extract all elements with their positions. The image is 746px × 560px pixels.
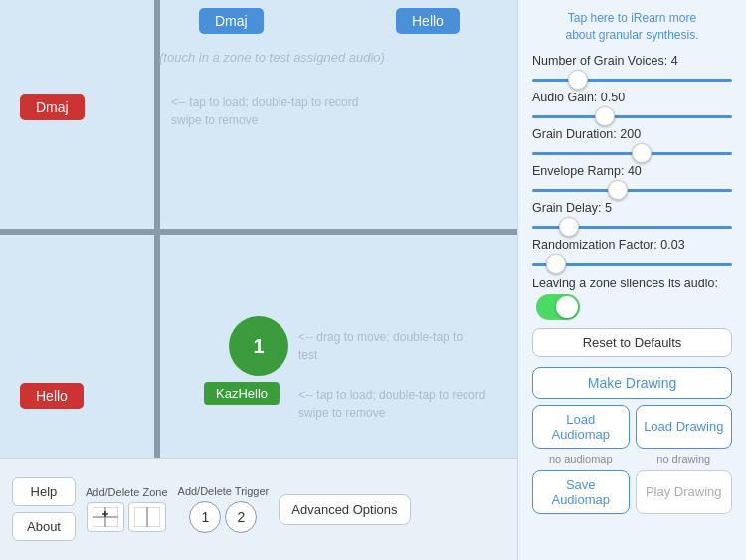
- grain-delay-slider[interactable]: [532, 226, 732, 229]
- no-drawing-label: no drawing: [636, 453, 733, 465]
- play-drawing-button: Play Drawing: [636, 470, 733, 514]
- touch-hint: (touch in a zone to test assigned audio): [159, 50, 385, 65]
- make-drawing-button[interactable]: Make Drawing: [532, 367, 732, 399]
- trigger-drag-text: <-- drag to move; double-tap totest: [298, 328, 463, 364]
- trigger-num-icons: 1 2: [189, 501, 257, 533]
- zone-icon-cross[interactable]: [87, 502, 124, 532]
- silence-toggle-label: Leaving a zone silences its audio:: [532, 277, 718, 290]
- zone-dmaj-top[interactable]: Dmaj: [199, 8, 264, 34]
- advanced-options-button[interactable]: Advanced Options: [279, 494, 410, 525]
- param-grain-voices: Number of Grain Voices: 4: [532, 54, 732, 85]
- audio-gain-slider[interactable]: [532, 115, 732, 118]
- zone-icon-vertical[interactable]: [128, 502, 166, 532]
- param-grain-duration-label: Grain Duration: 200: [532, 127, 732, 141]
- silence-toggle[interactable]: [536, 294, 580, 320]
- load-audiomap-button[interactable]: Load Audiomap: [532, 405, 630, 449]
- add-delete-trigger-label: Add/Delete Trigger: [178, 485, 270, 497]
- add-delete-trigger-section: Add/Delete Trigger 1 2: [178, 485, 270, 533]
- zone-dmaj-left[interactable]: Dmaj: [20, 94, 85, 120]
- help-about-section: Help About: [12, 477, 76, 541]
- param-grain-voices-label: Number of Grain Voices: 4: [532, 54, 732, 68]
- grain-duration-slider[interactable]: [532, 152, 732, 155]
- add-delete-zone-section: Add/Delete Zone: [86, 486, 168, 532]
- randomization-slider[interactable]: [532, 263, 732, 266]
- save-audiomap-button[interactable]: Save Audiomap: [532, 470, 630, 514]
- zone-icons: [87, 502, 166, 532]
- trigger-label[interactable]: KazHello: [204, 382, 280, 405]
- param-randomization: Randomization Factor: 0.03: [532, 238, 732, 269]
- no-audiomap-label: no audiomap: [532, 453, 630, 465]
- trigger-num-1[interactable]: 1: [189, 501, 221, 533]
- about-button[interactable]: About: [12, 512, 76, 541]
- param-grain-delay-label: Grain Delay: 5: [532, 201, 732, 215]
- granular-link[interactable]: Tap here to iRearn more about granular s…: [532, 10, 732, 44]
- load-drawing-button[interactable]: Load Drawing: [636, 405, 733, 449]
- reset-defaults-button[interactable]: Reset to Defaults: [532, 328, 732, 357]
- add-delete-zone-label: Add/Delete Zone: [86, 486, 168, 498]
- status-row: no audiomap no drawing: [532, 455, 732, 465]
- trigger-tap-text: <-- tap to load; double-tap to record sw…: [298, 386, 485, 422]
- param-envelope-ramp: Envelope Ramp: 40: [532, 164, 732, 195]
- param-randomization-label: Randomization Factor: 0.03: [532, 238, 732, 252]
- param-envelope-ramp-label: Envelope Ramp: 40: [532, 164, 732, 178]
- right-panel: Tap here to iRearn more about granular s…: [517, 0, 746, 560]
- save-play-row: Save Audiomap Play Drawing: [532, 470, 732, 514]
- param-audio-gain: Audio Gain: 0.50: [532, 91, 732, 121]
- load-row: Load Audiomap Load Drawing: [532, 405, 732, 449]
- help-button[interactable]: Help: [12, 477, 76, 506]
- param-grain-duration: Grain Duration: 200: [532, 127, 732, 158]
- dmaj-tap-instruction: <-- tap to load; double-tap to record sw…: [171, 93, 358, 129]
- grain-voices-slider[interactable]: [532, 79, 732, 82]
- bottom-toolbar: Help About Add/Delete Zone: [0, 458, 517, 560]
- zone-hello-bottom[interactable]: Hello: [20, 383, 84, 409]
- trigger-num-2[interactable]: 2: [225, 501, 257, 533]
- main-canvas[interactable]: (touch in a zone to test assigned audio)…: [0, 0, 517, 458]
- horizontal-divider: [0, 229, 517, 235]
- vertical-divider: [154, 0, 160, 458]
- param-grain-delay: Grain Delay: 5: [532, 201, 732, 232]
- zone-hello-top[interactable]: Hello: [396, 8, 460, 34]
- silence-toggle-row: Leaving a zone silences its audio:: [532, 277, 732, 290]
- param-audio-gain-label: Audio Gain: 0.50: [532, 91, 732, 104]
- trigger-circle[interactable]: 1: [229, 316, 288, 376]
- envelope-ramp-slider[interactable]: [532, 189, 732, 192]
